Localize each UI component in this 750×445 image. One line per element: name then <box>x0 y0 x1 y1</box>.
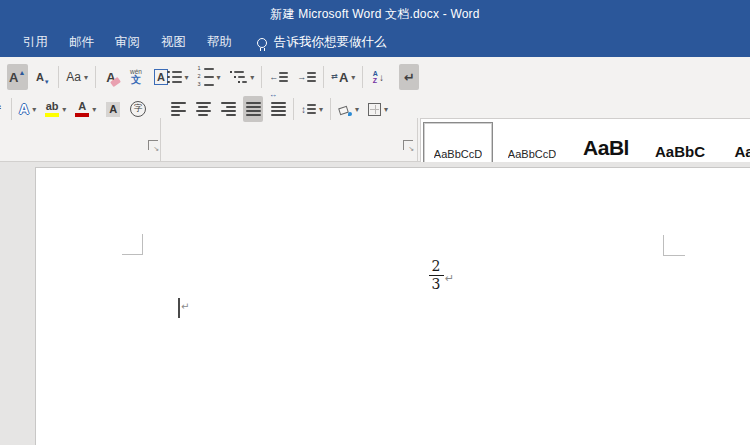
asian-layout-icon: A <box>339 71 348 84</box>
align-center-button[interactable] <box>193 96 213 122</box>
sort-icon: A Z ↓ <box>373 70 384 84</box>
dropdown-icon: ▾ <box>351 73 355 82</box>
character-shading-button[interactable]: A <box>103 96 123 122</box>
grow-font-button[interactable]: A ▲ <box>7 64 28 90</box>
text-effects-icon: A <box>19 101 29 117</box>
enclose-characters-button[interactable]: 字 <box>128 96 148 122</box>
word-window: 新建 Microsoft Word 文档.docx - Word 引用 邮件 审… <box>0 0 750 445</box>
dropdown-icon: ▾ <box>355 105 359 114</box>
justify-button[interactable] <box>243 96 263 122</box>
highlight-color-button[interactable]: ab ▾ <box>43 96 68 122</box>
asian-layout-button[interactable]: ⇄ A ▾ <box>329 64 357 90</box>
change-case-button[interactable]: Aa ▾ <box>64 64 90 90</box>
grow-font-caret-icon: ▲ <box>18 69 25 76</box>
distributed-icon <box>271 102 286 116</box>
increase-indent-icon: → <box>297 72 316 82</box>
page[interactable]: 2 3 ↵ ↵ <box>35 167 750 445</box>
multilevel-list-icon <box>230 71 248 84</box>
bullets-button[interactable]: ▾ <box>165 64 191 90</box>
enclose-characters-icon: 字 <box>130 101 146 117</box>
ribbon: A ▲ A ▼ Aa ▾ A wén 文 <box>0 57 750 162</box>
paragraph-mark-icon: ↵ <box>404 70 415 85</box>
ribbon-tab-row: 引用 邮件 审阅 视图 帮助 告诉我你想要做什么 <box>0 28 750 57</box>
fraction-equation[interactable]: 2 3 <box>426 259 446 292</box>
tab-help[interactable]: 帮助 <box>207 34 232 51</box>
tab-mailings[interactable]: 邮件 <box>69 34 94 51</box>
show-hide-marks-button[interactable]: ↵ <box>399 64 419 90</box>
divider <box>362 66 363 88</box>
align-left-button[interactable] <box>168 96 188 122</box>
phonetic-guide-icon: wén 文 <box>130 69 142 86</box>
borders-button[interactable]: ▾ <box>366 96 390 122</box>
align-left-icon <box>171 102 186 116</box>
phonetic-guide-button[interactable]: wén 文 <box>126 64 146 90</box>
divider <box>58 66 59 88</box>
divider <box>95 66 96 88</box>
paragraph-end-mark-icon: ↵ <box>181 302 189 312</box>
text-cursor <box>178 298 180 318</box>
tab-review[interactable]: 审阅 <box>115 34 140 51</box>
line-spacing-button[interactable]: ↕ ▾ <box>299 96 325 122</box>
superscript-button[interactable]: x² <box>0 96 6 122</box>
clear-formatting-button[interactable]: A <box>101 64 121 90</box>
dropdown-icon: ▾ <box>62 105 66 114</box>
tell-me-label: 告诉我你想要做什么 <box>274 34 387 51</box>
justify-icon <box>246 102 261 116</box>
align-center-icon <box>196 102 211 116</box>
margin-mark-left-horizontal <box>122 254 143 255</box>
paragraph-group-row1: ▾ 1 2 3 ▾ ▾ ← <box>165 63 419 91</box>
divider <box>323 66 324 88</box>
fraction-numerator: 2 <box>426 259 446 274</box>
numbering-button[interactable]: 1 2 3 ▾ <box>196 64 223 90</box>
asian-layout-arrows-icon: ⇄ <box>331 73 338 81</box>
tab-view[interactable]: 视图 <box>161 34 186 51</box>
text-effects-button[interactable]: A ▾ <box>17 96 38 122</box>
bullets-icon <box>167 71 182 84</box>
dropdown-icon: ▾ <box>384 105 388 114</box>
launcher-arrow-icon: ↘ <box>153 145 159 152</box>
divider <box>330 98 331 120</box>
tell-me-box[interactable]: 告诉我你想要做什么 <box>257 34 387 51</box>
fraction-denominator: 3 <box>426 277 446 292</box>
divider <box>11 98 12 120</box>
character-shading-icon: A <box>106 102 120 117</box>
multilevel-list-button[interactable]: ▾ <box>228 64 257 90</box>
shading-bucket-icon <box>338 103 352 116</box>
divider <box>261 66 262 88</box>
font-color-icon: A <box>75 101 89 117</box>
paragraph-dialog-launcher[interactable]: ↘ <box>403 140 413 150</box>
tab-references[interactable]: 引用 <box>23 34 48 51</box>
font-group-row1: A ▲ A ▼ Aa ▾ A wén 文 <box>0 63 171 91</box>
distributed-button[interactable]: ↔ <box>268 96 288 122</box>
margin-mark-right-horizontal <box>663 255 685 256</box>
dropdown-icon: ▾ <box>217 73 221 82</box>
window-title: 新建 Microsoft Word 文档.docx - Word <box>270 6 479 23</box>
font-color-button[interactable]: A ▾ <box>73 96 98 122</box>
paragraph-end-mark-icon: ↵ <box>445 273 454 284</box>
decrease-indent-icon: ← <box>269 72 288 82</box>
increase-indent-button[interactable]: → <box>295 64 318 90</box>
clear-formatting-icon: A <box>106 68 115 86</box>
line-spacing-icon: ↕ <box>301 104 316 115</box>
paragraph-group-row2: ↔ ↕ ▾ ▾ ▾ <box>168 95 390 123</box>
font-group-row2: x² A ▾ ab ▾ A ▾ A <box>0 95 148 123</box>
document-area: 2 3 ↵ ↵ <box>0 162 750 445</box>
dropdown-icon: ▾ <box>32 105 36 114</box>
shrink-font-button[interactable]: A ▼ <box>33 64 53 90</box>
launcher-arrow-icon: ↘ <box>408 145 414 152</box>
font-dialog-launcher[interactable]: ↘ <box>148 140 158 150</box>
sort-button[interactable]: A Z ↓ <box>368 64 388 90</box>
align-right-button[interactable] <box>218 96 238 122</box>
borders-icon <box>368 103 381 116</box>
highlight-color-icon: ab <box>45 101 59 117</box>
title-bar: 新建 Microsoft Word 文档.docx - Word <box>0 0 750 28</box>
dropdown-icon: ▾ <box>319 105 323 114</box>
shading-button[interactable]: ▾ <box>336 96 361 122</box>
align-right-icon <box>221 102 236 116</box>
decrease-indent-button[interactable]: ← <box>267 64 290 90</box>
dropdown-icon: ▾ <box>250 73 254 82</box>
dropdown-icon: ▾ <box>92 105 96 114</box>
dropdown-icon: ▾ <box>185 73 189 82</box>
lightbulb-icon <box>257 38 267 48</box>
shrink-font-caret-icon: ▼ <box>44 79 50 85</box>
